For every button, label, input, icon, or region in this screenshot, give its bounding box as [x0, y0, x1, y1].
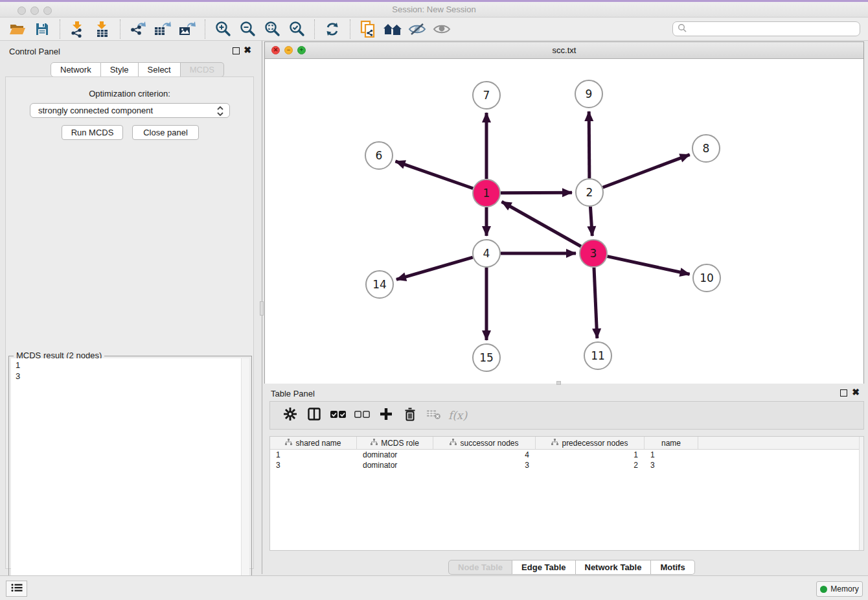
- refresh-button[interactable]: [320, 19, 345, 39]
- node-table[interactable]: shared nameMCDS rolesuccessor nodesprede…: [269, 436, 864, 551]
- run-mcds-button[interactable]: Run MCDS: [62, 125, 123, 140]
- control-panel-float-icon[interactable]: [233, 47, 240, 54]
- table-cell[interactable]: 3: [270, 460, 357, 470]
- zoom-fit-button[interactable]: [260, 19, 284, 39]
- table-panel-close-icon[interactable]: ✖: [852, 387, 860, 397]
- zoom-selected-button[interactable]: [284, 19, 309, 39]
- graph-node-11[interactable]: 11: [584, 341, 612, 370]
- graph-edge-3-1[interactable]: [502, 202, 581, 246]
- zoom-out-button[interactable]: [235, 19, 260, 39]
- task-history-button[interactable]: [6, 581, 27, 597]
- open-folder-icon: [9, 22, 26, 36]
- trash-icon: [404, 408, 416, 424]
- hide-details-button[interactable]: [405, 19, 429, 39]
- graph-node-9[interactable]: 9: [575, 80, 603, 108]
- graph-node-1[interactable]: 1: [472, 179, 501, 207]
- search-box[interactable]: [672, 21, 860, 36]
- select-all-button[interactable]: [326, 404, 350, 426]
- table-cell[interactable]: 2: [536, 460, 645, 470]
- home-button[interactable]: [380, 19, 405, 39]
- network-view-window: ✕ − + scc.txt 7968124314101511: [264, 41, 864, 384]
- column-header-name[interactable]: name: [645, 437, 698, 450]
- table-cell[interactable]: 1: [270, 450, 357, 460]
- graph-edge-3-10[interactable]: [607, 257, 689, 275]
- column-header-shared-name[interactable]: shared name: [270, 437, 357, 450]
- column-header-successor-nodes[interactable]: successor nodes: [433, 437, 536, 450]
- save-session-button[interactable]: [30, 19, 54, 39]
- tab-node-table[interactable]: Node Table: [448, 560, 512, 575]
- graph-edge-1-2[interactable]: [501, 192, 572, 193]
- search-input[interactable]: [687, 25, 860, 34]
- table-row[interactable]: 3dominator323: [270, 460, 863, 470]
- network-window-titlebar[interactable]: ✕ − + scc.txt: [265, 42, 863, 59]
- table-cell[interactable]: 1: [645, 450, 698, 460]
- graph-edge-3-11[interactable]: [594, 268, 597, 338]
- node-label: 1: [483, 187, 490, 200]
- graph-edge-2-8[interactable]: [603, 155, 690, 188]
- column-header-MCDS-role[interactable]: MCDS role: [357, 437, 433, 450]
- graph-edge-2-3[interactable]: [590, 207, 592, 236]
- tab-select[interactable]: Select: [139, 62, 181, 77]
- column-header-predecessor-nodes[interactable]: predecessor nodes: [536, 437, 645, 450]
- graph-node-7[interactable]: 7: [472, 81, 501, 110]
- export-network-button[interactable]: [126, 19, 150, 39]
- graph-node-4[interactable]: 4: [472, 239, 501, 268]
- graph-node-3[interactable]: 3: [579, 239, 608, 268]
- table-cell[interactable]: 3: [645, 460, 698, 470]
- horizontal-splitter-grip[interactable]: [556, 381, 561, 385]
- import-table-icon: [95, 21, 110, 38]
- mcds-result-lines: 1 3: [11, 358, 249, 382]
- tab-style[interactable]: Style: [101, 62, 139, 77]
- export-table-button[interactable]: [150, 19, 175, 39]
- tab-network-table[interactable]: Network Table: [576, 560, 652, 575]
- table-cell[interactable]: 1: [536, 450, 645, 460]
- tab-motifs[interactable]: Motifs: [651, 560, 694, 575]
- show-columns-button[interactable]: [302, 404, 326, 426]
- splitter-grip[interactable]: [260, 301, 264, 316]
- table-cell[interactable]: dominator: [357, 450, 433, 460]
- open-session-button[interactable]: [5, 19, 30, 39]
- delete-columns-button[interactable]: [398, 404, 422, 426]
- graph-node-2[interactable]: 2: [575, 178, 604, 207]
- create-column-button[interactable]: [374, 404, 398, 426]
- graph-edge-4-14[interactable]: [396, 257, 473, 279]
- table-panel-float-icon[interactable]: [840, 389, 847, 397]
- graph-node-15[interactable]: 15: [472, 343, 501, 372]
- graph-node-14[interactable]: 14: [365, 270, 394, 299]
- table-cell[interactable]: dominator: [357, 460, 433, 470]
- memory-button[interactable]: Memory: [816, 581, 863, 597]
- export-image-button[interactable]: [175, 19, 200, 39]
- control-panel-close-icon[interactable]: ✖: [244, 45, 251, 54]
- column-label: name: [661, 439, 681, 448]
- tab-network[interactable]: Network: [51, 62, 101, 77]
- network-canvas[interactable]: 7968124314101511: [265, 60, 863, 384]
- import-network-button[interactable]: [65, 19, 90, 39]
- table-cell[interactable]: 4: [433, 450, 536, 460]
- column-label: MCDS role: [381, 439, 419, 448]
- node-label: 14: [372, 278, 387, 291]
- graph-node-8[interactable]: 8: [692, 134, 720, 163]
- graph-node-6[interactable]: 6: [365, 141, 393, 170]
- graph-edge-2-9[interactable]: [589, 111, 589, 178]
- graph-node-10[interactable]: 10: [692, 264, 721, 292]
- clone-network-button[interactable]: [356, 19, 380, 39]
- tab-edge-table[interactable]: Edge Table: [512, 560, 575, 575]
- deselect-all-button[interactable]: [350, 404, 374, 426]
- graph-edge-1-6[interactable]: [395, 161, 473, 189]
- table-scrollbar[interactable]: [859, 437, 863, 550]
- table-settings-button[interactable]: [278, 404, 302, 426]
- table-cell[interactable]: 3: [433, 460, 536, 470]
- tab-mcds[interactable]: MCDS: [181, 62, 224, 77]
- criterion-dropdown[interactable]: strongly connected component: [30, 103, 230, 118]
- show-details-button[interactable]: [429, 19, 454, 39]
- table-row[interactable]: 1dominator411: [270, 450, 863, 460]
- node-label: 7: [483, 89, 490, 102]
- vertical-splitter[interactable]: [259, 41, 264, 574]
- zoom-selected-icon: [289, 21, 305, 37]
- export-table-icon: [154, 21, 172, 38]
- zoom-in-button[interactable]: [211, 19, 235, 39]
- mcds-result-area[interactable]: 1 3: [11, 358, 249, 600]
- result-scrollbar[interactable]: [241, 358, 249, 600]
- import-table-button[interactable]: [90, 19, 115, 39]
- close-panel-button[interactable]: Close panel: [132, 125, 199, 140]
